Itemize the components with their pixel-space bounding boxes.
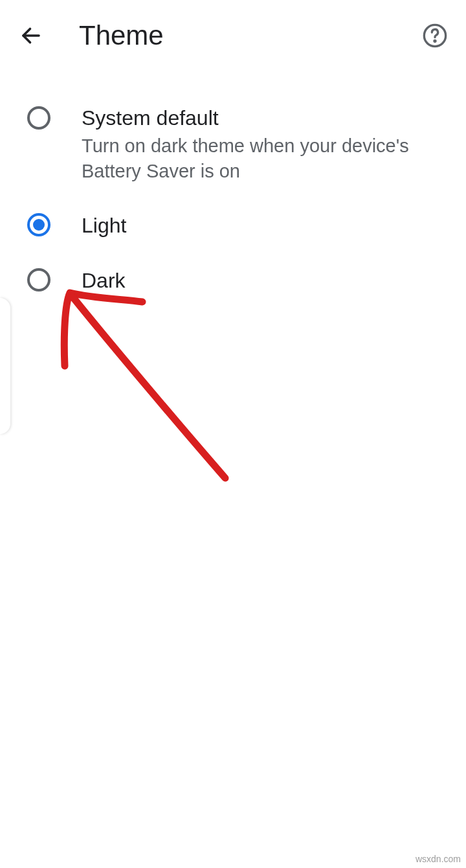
- annotation-arrow: [52, 285, 259, 499]
- back-button[interactable]: [16, 20, 47, 51]
- radio-button[interactable]: [27, 106, 53, 132]
- radio-unselected-icon: [27, 106, 50, 130]
- option-title: Light: [82, 212, 450, 240]
- theme-option-system-default[interactable]: System default Turn on dark theme when y…: [0, 91, 466, 198]
- option-title: Dark: [82, 268, 450, 295]
- svg-point-2: [434, 40, 436, 41]
- radio-button[interactable]: [27, 213, 53, 239]
- page-title: Theme: [79, 20, 419, 51]
- radio-unselected-icon: [27, 268, 50, 291]
- app-header: Theme: [0, 0, 466, 71]
- edge-drag-handle[interactable]: [0, 298, 10, 434]
- help-button[interactable]: [419, 20, 450, 51]
- theme-option-dark[interactable]: Dark: [0, 253, 466, 309]
- radio-selected-icon: [27, 213, 50, 236]
- option-text: System default Turn on dark theme when y…: [82, 105, 466, 184]
- watermark-text: wsxdn.com: [416, 854, 461, 864]
- help-icon: [422, 23, 448, 49]
- option-text: Dark: [82, 268, 466, 295]
- option-text: Light: [82, 212, 466, 240]
- option-title: System default: [82, 105, 450, 132]
- option-description: Turn on dark theme when your device's Ba…: [82, 133, 450, 184]
- theme-options-list: System default Turn on dark theme when y…: [0, 71, 466, 309]
- theme-option-light[interactable]: Light: [0, 198, 466, 254]
- radio-button[interactable]: [27, 268, 53, 294]
- back-arrow-icon: [19, 24, 43, 47]
